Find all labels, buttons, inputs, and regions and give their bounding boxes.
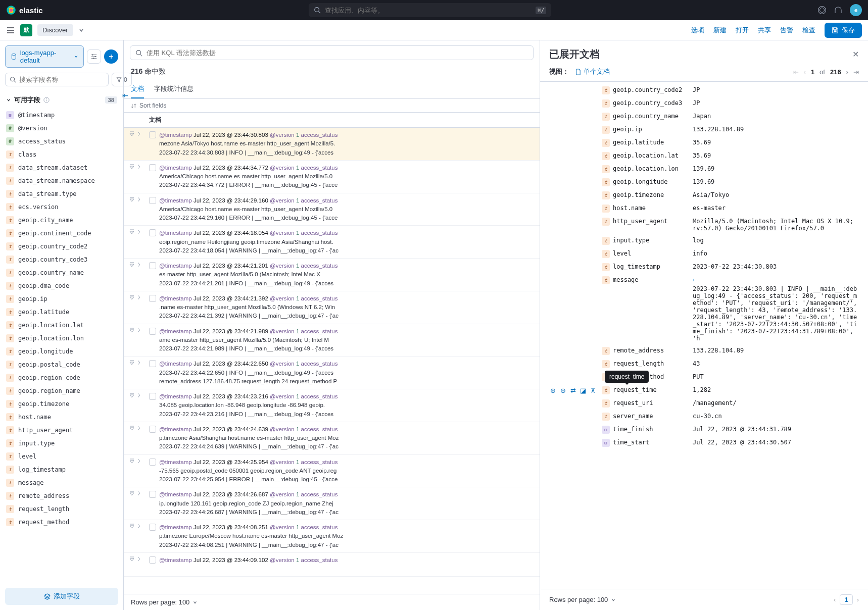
field-item[interactable]: tgeoip.postal_code bbox=[0, 358, 123, 371]
row-checkbox[interactable] bbox=[149, 197, 156, 204]
sort-row[interactable]: Sort fields bbox=[124, 99, 540, 113]
expand-icon[interactable] bbox=[129, 523, 135, 529]
expand-icon[interactable] bbox=[129, 294, 135, 300]
field-item[interactable]: tgeoip.location.lat bbox=[0, 319, 123, 332]
expand-icon[interactable] bbox=[129, 425, 135, 431]
toggle-column-icon[interactable]: ⇄ bbox=[569, 386, 576, 394]
document-row[interactable]: @timestamp Jul 22, 2023 @ 23:44:34.772 @… bbox=[124, 161, 540, 193]
single-doc-link[interactable]: 单个文档 bbox=[575, 67, 610, 76]
nav-inspect[interactable]: 检查 bbox=[802, 26, 815, 35]
field-item[interactable]: tgeoip.country_code3 bbox=[0, 253, 123, 266]
kql-search[interactable] bbox=[130, 45, 534, 60]
field-item[interactable]: tinput.type bbox=[0, 437, 123, 450]
space-badge[interactable]: 默 bbox=[20, 24, 32, 36]
field-item[interactable]: tremote_address bbox=[0, 489, 123, 502]
expand-icon[interactable] bbox=[129, 229, 135, 235]
global-search[interactable]: ⌘/ bbox=[309, 3, 551, 17]
field-item[interactable]: ⊟@timestamp bbox=[0, 109, 123, 122]
row-checkbox[interactable] bbox=[149, 393, 156, 400]
chevron-down-icon[interactable] bbox=[611, 597, 616, 602]
nav-alert[interactable]: 告警 bbox=[780, 26, 793, 35]
expand-icon[interactable] bbox=[129, 131, 135, 137]
expand-icon[interactable] bbox=[136, 523, 142, 529]
field-item[interactable]: trequest_length bbox=[0, 502, 123, 516]
field-item[interactable]: tmessage bbox=[0, 476, 123, 489]
expand-icon[interactable] bbox=[136, 229, 142, 235]
document-row[interactable]: @timestamp Jul 22, 2023 @ 23:44:26.687 @… bbox=[124, 487, 540, 520]
row-checkbox[interactable] bbox=[149, 131, 156, 138]
field-search[interactable] bbox=[5, 73, 109, 86]
app-title[interactable]: Discover bbox=[37, 24, 73, 36]
row-checkbox[interactable] bbox=[149, 229, 156, 236]
row-checkbox[interactable] bbox=[149, 328, 156, 335]
field-item[interactable]: tlevel bbox=[0, 450, 123, 463]
document-row[interactable]: @timestamp Jul 22, 2023 @ 23:44:21.989 @… bbox=[124, 324, 540, 357]
field-item[interactable]: tgeoip.ip bbox=[0, 292, 123, 306]
fly-pager-next[interactable]: › bbox=[857, 596, 859, 603]
expand-icon[interactable] bbox=[136, 490, 142, 496]
field-item[interactable]: tgeoip.country_name bbox=[0, 266, 123, 279]
field-item[interactable]: tgeoip.dma_code bbox=[0, 279, 123, 292]
expand-icon[interactable] bbox=[129, 262, 135, 268]
expand-icon[interactable] bbox=[129, 490, 135, 496]
kql-input[interactable] bbox=[147, 49, 528, 57]
expand-icon[interactable] bbox=[129, 556, 135, 562]
pager-first[interactable]: ⇤ bbox=[793, 68, 799, 76]
save-button[interactable]: 保存 bbox=[825, 23, 862, 38]
field-item[interactable]: tgeoip.region_code bbox=[0, 371, 123, 384]
pager-prev[interactable]: ‹ bbox=[804, 68, 806, 76]
help-icon[interactable] bbox=[817, 6, 827, 15]
global-search-input[interactable] bbox=[325, 7, 532, 14]
expand-icon[interactable] bbox=[136, 164, 142, 170]
field-item[interactable]: tclass bbox=[0, 148, 123, 161]
row-checkbox[interactable] bbox=[149, 295, 156, 302]
user-avatar[interactable]: e bbox=[850, 4, 862, 16]
exists-icon[interactable]: ◪ bbox=[580, 386, 587, 394]
field-item[interactable]: tgeoip.continent_code bbox=[0, 227, 123, 240]
field-item[interactable]: #@version bbox=[0, 122, 123, 135]
row-checkbox[interactable] bbox=[149, 426, 156, 433]
field-item[interactable]: tgeoip.latitude bbox=[0, 306, 123, 319]
menu-icon[interactable] bbox=[6, 26, 15, 35]
field-filter-button[interactable]: 0 bbox=[112, 73, 132, 86]
field-item[interactable]: tdata_stream.namespace bbox=[0, 174, 123, 187]
document-row[interactable]: @timestamp Jul 22, 2023 @ 23:44:21.392 @… bbox=[124, 291, 540, 324]
expand-icon[interactable] bbox=[136, 294, 142, 300]
row-checkbox[interactable] bbox=[149, 360, 156, 367]
expand-message-icon[interactable]: › bbox=[693, 276, 859, 283]
expand-icon[interactable] bbox=[129, 196, 135, 202]
expand-icon[interactable] bbox=[136, 458, 142, 464]
document-row[interactable]: @timestamp Jul 22, 2023 @ 23:44:25.954 @… bbox=[124, 455, 540, 488]
pager-next[interactable]: › bbox=[846, 68, 848, 76]
field-item[interactable]: tdata_stream.type bbox=[0, 187, 123, 200]
row-checkbox[interactable] bbox=[149, 262, 156, 269]
fly-pager-prev[interactable]: ‹ bbox=[834, 596, 836, 603]
fly-rows-per-page[interactable]: Rows per page: 100 bbox=[549, 596, 608, 603]
row-checkbox[interactable] bbox=[149, 491, 156, 498]
field-item[interactable]: tgeoip.region_name bbox=[0, 384, 123, 397]
field-item[interactable]: tdata_stream.dataset bbox=[0, 161, 123, 174]
field-item[interactable]: tgeoip.longitude bbox=[0, 345, 123, 358]
tab-field-stats[interactable]: 字段统计信息 bbox=[154, 80, 194, 98]
expand-icon[interactable] bbox=[136, 360, 142, 366]
expand-icon[interactable] bbox=[136, 262, 142, 268]
expand-icon[interactable] bbox=[136, 392, 142, 398]
pager-last[interactable]: ⇥ bbox=[853, 68, 859, 76]
filter-settings-button[interactable] bbox=[87, 49, 101, 64]
add-field-button[interactable]: 添加字段 bbox=[5, 588, 118, 605]
document-row[interactable]: @timestamp Jul 22, 2023 @ 23:44:09.102 @… bbox=[124, 553, 540, 577]
row-checkbox[interactable] bbox=[149, 556, 156, 564]
expand-icon[interactable] bbox=[136, 556, 142, 562]
document-row[interactable]: @timestamp Jul 22, 2023 @ 23:44:08.251 @… bbox=[124, 520, 540, 553]
nav-new[interactable]: 新建 bbox=[713, 26, 727, 35]
nav-share[interactable]: 共享 bbox=[758, 26, 771, 35]
row-checkbox[interactable] bbox=[149, 459, 156, 466]
document-row[interactable]: @timestamp Jul 22, 2023 @ 23:44:22.650 @… bbox=[124, 357, 540, 389]
expand-icon[interactable] bbox=[136, 131, 142, 137]
filter-in-icon[interactable]: ⊕ bbox=[549, 386, 556, 394]
field-item[interactable]: thttp_user_agent bbox=[0, 424, 123, 437]
field-item[interactable]: trequest_method bbox=[0, 516, 123, 529]
brand-logo[interactable]: elastic bbox=[6, 5, 43, 15]
expand-icon[interactable] bbox=[136, 425, 142, 431]
document-row[interactable]: @timestamp Jul 22, 2023 @ 23:44:18.054 @… bbox=[124, 226, 540, 259]
